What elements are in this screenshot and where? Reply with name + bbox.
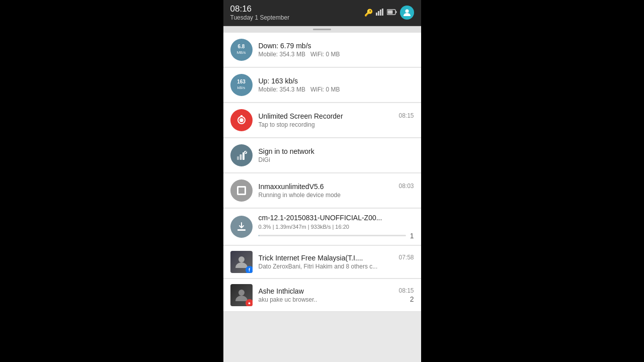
- notif-fb-trick[interactable]: f Trick Internet Free Malaysia(T.I.... 0…: [223, 246, 421, 279]
- notif-down[interactable]: 6.8MB/s Down: 6.79 mb/s Mobile: 354.3 MB…: [223, 32, 421, 67]
- notif-down-title: Down: 6.79 mb/s: [259, 42, 414, 50]
- battery-icon: [387, 9, 397, 17]
- notif-fb-trick-content: Trick Internet Free Malaysia(T.I.... 07:…: [259, 254, 414, 270]
- notif-ashe-time: 08:15: [398, 287, 414, 294]
- avatar[interactable]: [400, 6, 414, 20]
- notif-down-body: Mobile: 354.3 MB WiFi: 0 MB: [259, 51, 414, 58]
- svg-point-18: [238, 290, 245, 296]
- notif-inmax-body: Running in whole device mode: [259, 192, 414, 199]
- notif-inmax[interactable]: InmaxxunlimitedV5.6 08:03 Running in who…: [223, 173, 421, 208]
- notif-down-icon: 6.8MB/s: [230, 39, 253, 61]
- notif-cm-icon: [230, 216, 253, 238]
- notif-ashe-thumb: ●: [230, 284, 253, 306]
- notif-signin-title: Sign in to network: [259, 147, 414, 155]
- svg-rect-0: [376, 13, 377, 16]
- notif-network-signin[interactable]: Sign in to network DiGi: [223, 138, 421, 173]
- notif-down-content: Down: 6.79 mb/s Mobile: 354.3 MB WiFi: 0…: [259, 42, 414, 58]
- svg-point-17: [238, 256, 245, 262]
- notif-recorder-time: 08:15: [398, 112, 414, 119]
- notif-signin-content: Sign in to network DiGi: [259, 147, 414, 163]
- notif-inmax-icon: [230, 179, 253, 202]
- svg-rect-2: [380, 10, 381, 16]
- notif-recorder-title: Unlimited Screen Recorder: [259, 112, 395, 120]
- notif-cm-progress-fill: [259, 235, 259, 236]
- notif-cm-body: 0.3% | 1.39m/347m | 933kB/s | 16:20: [259, 224, 349, 230]
- svg-point-7: [405, 10, 409, 13]
- pull-handle[interactable]: [223, 26, 421, 32]
- key-icon: 🔑: [364, 9, 373, 17]
- svg-rect-5: [395, 11, 396, 13]
- notif-fb-trick-body: Dato ZeroxBani, Fitri Hakim and 8 others…: [259, 263, 414, 270]
- notif-inmax-time: 08:03: [398, 183, 414, 190]
- phone-screen: 08:16 Tuesday 1 September 🔑 6.8MB/s: [223, 0, 421, 362]
- status-date: Tuesday 1 September: [230, 14, 290, 21]
- signal-icon: [376, 9, 384, 17]
- notif-up-icon: 163kB/s: [230, 74, 253, 96]
- svg-rect-3: [382, 9, 383, 16]
- fb-ashe-icon: ●: [246, 299, 253, 306]
- notif-up[interactable]: 163kB/s Up: 163 kb/s Mobile: 354.3 MB Wi…: [223, 68, 421, 103]
- notif-cm-update[interactable]: cm-12.1-20150831-UNOFFICIAL-Z00... 0.3% …: [223, 209, 421, 245]
- notif-ashe-body: aku pake uc browser..: [259, 296, 317, 303]
- notif-recorder-icon: [230, 109, 253, 131]
- notif-signin-body: DiGi: [259, 156, 414, 163]
- svg-rect-10: [240, 115, 243, 117]
- notif-ashe-badge: 2: [410, 295, 414, 303]
- svg-rect-12: [239, 154, 242, 160]
- notif-recorder-body: Tap to stop recording: [259, 121, 414, 128]
- notif-recorder[interactable]: Unlimited Screen Recorder 08:15 Tap to s…: [223, 103, 421, 138]
- status-bar: 08:16 Tuesday 1 September 🔑: [223, 0, 421, 26]
- notif-recorder-content: Unlimited Screen Recorder 08:15 Tap to s…: [259, 112, 414, 128]
- svg-rect-13: [243, 152, 245, 160]
- notif-ashe-title: Ashe Inthiclaw: [259, 287, 395, 295]
- notif-up-content: Up: 163 kb/s Mobile: 354.3 MB WiFi: 0 MB: [259, 77, 414, 93]
- notification-list: 6.8MB/s Down: 6.79 mb/s Mobile: 354.3 MB…: [223, 32, 421, 362]
- status-bar-right: 🔑: [364, 6, 414, 20]
- notif-fb-trick-thumb: f: [230, 251, 253, 273]
- notif-fb-trick-title: Trick Internet Free Malaysia(T.I....: [259, 254, 395, 262]
- svg-rect-16: [237, 229, 246, 231]
- notif-inmax-content: InmaxxunlimitedV5.6 08:03 Running in who…: [259, 183, 414, 199]
- notif-cm-progress-bar: [259, 235, 406, 236]
- notif-cm-badge: 1: [410, 232, 414, 240]
- notif-fb-trick-time: 07:58: [398, 254, 414, 261]
- status-bar-left: 08:16 Tuesday 1 September: [230, 4, 290, 22]
- notif-cm-title: cm-12.1-20150831-UNOFFICIAL-Z00...: [259, 214, 414, 222]
- notif-signin-icon: [230, 144, 253, 166]
- notif-ashe[interactable]: ● Ashe Inthiclaw 08:15 aku pake uc brows…: [223, 279, 421, 312]
- notif-up-title: Up: 163 kb/s: [259, 77, 414, 85]
- notif-inmax-title: InmaxxunlimitedV5.6: [259, 183, 395, 191]
- fb-icon: f: [246, 266, 253, 273]
- status-time: 08:16: [230, 4, 290, 14]
- notif-ashe-content: Ashe Inthiclaw 08:15 aku pake uc browser…: [259, 287, 414, 303]
- svg-rect-1: [378, 11, 379, 16]
- notif-cm-content: cm-12.1-20150831-UNOFFICIAL-Z00... 0.3% …: [259, 214, 414, 240]
- pull-bar: [313, 29, 331, 30]
- svg-rect-11: [237, 156, 239, 160]
- svg-point-9: [239, 118, 244, 122]
- notif-up-body: Mobile: 354.3 MB WiFi: 0 MB: [259, 86, 414, 93]
- svg-rect-6: [387, 10, 392, 14]
